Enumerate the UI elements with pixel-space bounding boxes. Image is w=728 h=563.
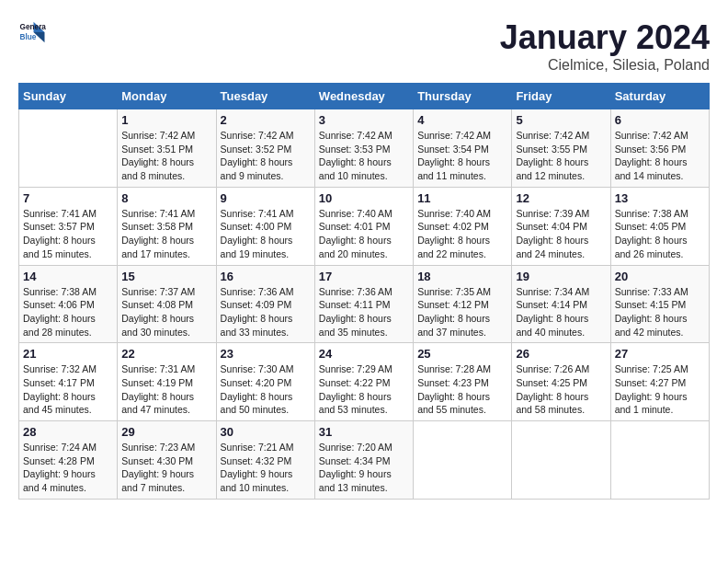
calendar-cell: 30 Sunrise: 7:21 AMSunset: 4:32 PMDaylig…: [216, 421, 314, 500]
logo-icon: General Blue: [18, 18, 46, 46]
calendar-cell: 22 Sunrise: 7:31 AMSunset: 4:19 PMDaylig…: [118, 343, 216, 421]
calendar-cell: [414, 421, 512, 500]
day-info: Sunrise: 7:41 AMSunset: 3:58 PMDaylight:…: [121, 207, 211, 261]
day-info: Sunrise: 7:30 AMSunset: 4:20 PMDaylight:…: [221, 362, 311, 417]
day-number: 6: [615, 113, 705, 127]
calendar-body: 1 Sunrise: 7:42 AMSunset: 3:51 PMDayligh…: [19, 109, 710, 500]
day-number: 9: [221, 191, 311, 205]
svg-text:General: General: [20, 23, 47, 31]
day-number: 15: [121, 270, 211, 283]
calendar-cell: 4 Sunrise: 7:42 AMSunset: 3:54 PMDayligh…: [414, 109, 512, 188]
calendar-cell: 12 Sunrise: 7:39 AMSunset: 4:04 PMDaylig…: [512, 187, 610, 265]
header-row: Sunday Monday Tuesday Wednesday Thursday…: [19, 84, 710, 109]
logo: General Blue: [18, 18, 46, 46]
day-info: Sunrise: 7:32 AMSunset: 4:17 PMDaylight:…: [23, 362, 113, 417]
day-info: Sunrise: 7:31 AMSunset: 4:19 PMDaylight:…: [121, 362, 211, 417]
calendar-cell: 17 Sunrise: 7:36 AMSunset: 4:11 PMDaylig…: [314, 265, 413, 343]
calendar-cell: 21 Sunrise: 7:32 AMSunset: 4:17 PMDaylig…: [19, 343, 118, 421]
day-number: 20: [615, 270, 705, 283]
day-number: 31: [319, 425, 409, 439]
calendar-cell: 20 Sunrise: 7:33 AMSunset: 4:15 PMDaylig…: [610, 265, 709, 343]
day-number: 11: [417, 191, 507, 205]
day-info: Sunrise: 7:26 AMSunset: 4:25 PMDaylight:…: [516, 362, 606, 417]
day-info: Sunrise: 7:21 AMSunset: 4:32 PMDaylight:…: [221, 441, 311, 495]
calendar-cell: 13 Sunrise: 7:38 AMSunset: 4:05 PMDaylig…: [610, 187, 709, 265]
calendar-cell: [610, 421, 709, 500]
day-number: 19: [516, 270, 606, 283]
day-info: Sunrise: 7:42 AMSunset: 3:54 PMDaylight:…: [417, 129, 507, 183]
calendar-cell: 2 Sunrise: 7:42 AMSunset: 3:52 PMDayligh…: [216, 109, 314, 188]
day-info: Sunrise: 7:23 AMSunset: 4:30 PMDaylight:…: [121, 441, 211, 495]
day-number: 16: [221, 270, 311, 283]
calendar-cell: 10 Sunrise: 7:40 AMSunset: 4:01 PMDaylig…: [314, 187, 413, 265]
calendar-cell: 27 Sunrise: 7:25 AMSunset: 4:27 PMDaylig…: [610, 343, 709, 421]
col-wednesday: Wednesday: [314, 84, 413, 109]
svg-text:Blue: Blue: [20, 33, 37, 41]
calendar-cell: 11 Sunrise: 7:40 AMSunset: 4:02 PMDaylig…: [414, 187, 512, 265]
day-number: 27: [615, 347, 705, 361]
page-title: January 2024: [500, 18, 710, 57]
day-number: 17: [319, 270, 409, 283]
day-info: Sunrise: 7:35 AMSunset: 4:12 PMDaylight:…: [417, 285, 507, 339]
day-info: Sunrise: 7:38 AMSunset: 4:05 PMDaylight:…: [615, 207, 705, 261]
day-number: 7: [23, 191, 113, 205]
day-number: 29: [121, 425, 211, 439]
day-info: Sunrise: 7:40 AMSunset: 4:01 PMDaylight:…: [319, 207, 409, 261]
day-info: Sunrise: 7:36 AMSunset: 4:11 PMDaylight:…: [319, 285, 409, 339]
calendar-cell: 6 Sunrise: 7:42 AMSunset: 3:56 PMDayligh…: [610, 109, 709, 188]
calendar-cell: 25 Sunrise: 7:28 AMSunset: 4:23 PMDaylig…: [414, 343, 512, 421]
col-friday: Friday: [512, 84, 610, 109]
day-info: Sunrise: 7:42 AMSunset: 3:55 PMDaylight:…: [516, 129, 606, 183]
page-header: General Blue January 2024 Cielmice, Sile…: [18, 18, 710, 74]
week-row-2: 14 Sunrise: 7:38 AMSunset: 4:06 PMDaylig…: [19, 265, 710, 343]
week-row-0: 1 Sunrise: 7:42 AMSunset: 3:51 PMDayligh…: [19, 109, 710, 188]
day-info: Sunrise: 7:34 AMSunset: 4:14 PMDaylight:…: [516, 285, 606, 339]
calendar-cell: 18 Sunrise: 7:35 AMSunset: 4:12 PMDaylig…: [414, 265, 512, 343]
calendar-cell: 31 Sunrise: 7:20 AMSunset: 4:34 PMDaylig…: [314, 421, 413, 500]
day-number: 8: [121, 191, 211, 205]
day-info: Sunrise: 7:36 AMSunset: 4:09 PMDaylight:…: [221, 285, 311, 339]
day-number: 24: [319, 347, 409, 361]
day-info: Sunrise: 7:28 AMSunset: 4:23 PMDaylight:…: [417, 362, 507, 417]
day-number: 18: [417, 270, 507, 283]
calendar-cell: 3 Sunrise: 7:42 AMSunset: 3:53 PMDayligh…: [314, 109, 413, 188]
calendar-cell: 23 Sunrise: 7:30 AMSunset: 4:20 PMDaylig…: [216, 343, 314, 421]
calendar-cell: 15 Sunrise: 7:37 AMSunset: 4:08 PMDaylig…: [118, 265, 216, 343]
calendar-cell: 1 Sunrise: 7:42 AMSunset: 3:51 PMDayligh…: [118, 109, 216, 188]
day-number: 5: [516, 113, 606, 127]
day-number: 23: [221, 347, 311, 361]
col-tuesday: Tuesday: [216, 84, 314, 109]
calendar-cell: 28 Sunrise: 7:24 AMSunset: 4:28 PMDaylig…: [19, 421, 118, 500]
day-number: 25: [417, 347, 507, 361]
calendar-cell: 26 Sunrise: 7:26 AMSunset: 4:25 PMDaylig…: [512, 343, 610, 421]
calendar-cell: 24 Sunrise: 7:29 AMSunset: 4:22 PMDaylig…: [314, 343, 413, 421]
calendar-cell: 29 Sunrise: 7:23 AMSunset: 4:30 PMDaylig…: [118, 421, 216, 500]
page-subtitle: Cielmice, Silesia, Poland: [500, 57, 710, 74]
calendar-cell: [19, 109, 118, 188]
day-number: 13: [615, 191, 705, 205]
calendar-cell: 14 Sunrise: 7:38 AMSunset: 4:06 PMDaylig…: [19, 265, 118, 343]
calendar-header: Sunday Monday Tuesday Wednesday Thursday…: [19, 84, 710, 109]
calendar-cell: 5 Sunrise: 7:42 AMSunset: 3:55 PMDayligh…: [512, 109, 610, 188]
day-info: Sunrise: 7:41 AMSunset: 3:57 PMDaylight:…: [23, 207, 113, 261]
day-info: Sunrise: 7:29 AMSunset: 4:22 PMDaylight:…: [319, 362, 409, 417]
day-number: 3: [319, 113, 409, 127]
col-thursday: Thursday: [414, 84, 512, 109]
day-info: Sunrise: 7:42 AMSunset: 3:56 PMDaylight:…: [615, 129, 705, 183]
calendar-cell: 9 Sunrise: 7:41 AMSunset: 4:00 PMDayligh…: [216, 187, 314, 265]
calendar-cell: [512, 421, 610, 500]
week-row-1: 7 Sunrise: 7:41 AMSunset: 3:57 PMDayligh…: [19, 187, 710, 265]
day-number: 2: [221, 113, 311, 127]
day-number: 10: [319, 191, 409, 205]
week-row-3: 21 Sunrise: 7:32 AMSunset: 4:17 PMDaylig…: [19, 343, 710, 421]
col-monday: Monday: [118, 84, 216, 109]
calendar-cell: 7 Sunrise: 7:41 AMSunset: 3:57 PMDayligh…: [19, 187, 118, 265]
day-number: 28: [23, 425, 113, 439]
calendar-table: Sunday Monday Tuesday Wednesday Thursday…: [18, 83, 710, 500]
day-number: 30: [221, 425, 311, 439]
day-info: Sunrise: 7:24 AMSunset: 4:28 PMDaylight:…: [23, 441, 113, 495]
day-info: Sunrise: 7:41 AMSunset: 4:00 PMDaylight:…: [221, 207, 311, 261]
day-info: Sunrise: 7:20 AMSunset: 4:34 PMDaylight:…: [319, 441, 409, 495]
day-info: Sunrise: 7:39 AMSunset: 4:04 PMDaylight:…: [516, 207, 606, 261]
day-number: 1: [121, 113, 211, 127]
